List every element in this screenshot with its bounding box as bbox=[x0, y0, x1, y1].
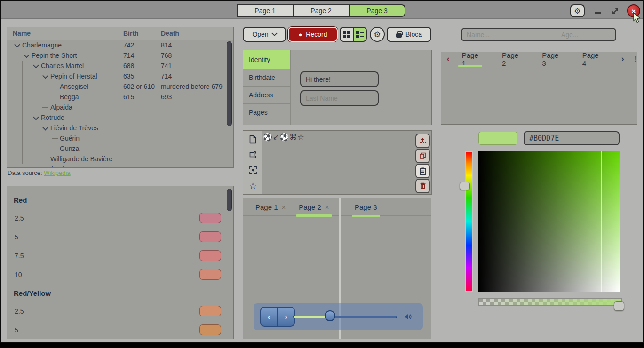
form-tab[interactable]: Address bbox=[243, 87, 290, 104]
expand-chevron-icon[interactable] bbox=[32, 61, 40, 71]
resize-icon[interactable] bbox=[248, 150, 258, 159]
options-button[interactable]: ⚙ bbox=[370, 27, 385, 42]
new-document-icon[interactable] bbox=[248, 134, 258, 144]
alpha-slider[interactable] bbox=[478, 298, 622, 306]
expand-chevron-icon[interactable] bbox=[32, 112, 40, 123]
column-header-death[interactable]: Death bbox=[157, 27, 233, 40]
copy-button[interactable] bbox=[415, 149, 430, 163]
alpha-slider-handle[interactable] bbox=[614, 301, 624, 311]
color-swatch bbox=[199, 269, 221, 280]
record-dot-icon: ● bbox=[299, 31, 302, 38]
first-name-input[interactable] bbox=[300, 71, 379, 87]
settings-button[interactable]: ⚙ bbox=[570, 4, 585, 17]
expand-chevron-icon[interactable] bbox=[41, 154, 49, 164]
pager-tab[interactable]: Page 3 bbox=[535, 52, 565, 66]
tree-row[interactable]: Ansegisel 602 or 610 murdered before 679 bbox=[7, 81, 233, 92]
tree-header-row[interactable]: Name Birth Death bbox=[7, 27, 233, 40]
doc-tab[interactable]: Page 3 bbox=[348, 198, 384, 216]
expand-chevron-icon[interactable] bbox=[41, 71, 49, 81]
upload-icon bbox=[419, 137, 427, 145]
paste-button[interactable] bbox=[415, 164, 430, 178]
tab-close-icon[interactable]: × bbox=[282, 203, 286, 211]
titlebar-tab[interactable]: Page 1 bbox=[237, 4, 294, 17]
pager-tab[interactable]: Page 1 bbox=[455, 52, 485, 66]
open-dropdown-button[interactable]: Open bbox=[243, 27, 286, 42]
record-button[interactable]: ● Record bbox=[288, 27, 338, 42]
canvas-side-buttons bbox=[415, 134, 430, 193]
palette-item: 10 bbox=[7, 265, 233, 284]
form-tab[interactable]: Pages bbox=[243, 104, 290, 121]
expand-chevron-icon[interactable] bbox=[41, 123, 49, 133]
tree-row[interactable]: Bertrade of Laon 710 783 bbox=[7, 164, 233, 168]
list-view-button[interactable] bbox=[353, 27, 367, 42]
titlebar-tab[interactable]: Page 2 bbox=[293, 4, 350, 17]
media-next-button[interactable]: › bbox=[277, 307, 295, 327]
column-header-name[interactable]: Name bbox=[7, 30, 119, 37]
age-input[interactable] bbox=[557, 29, 616, 40]
minimize-button[interactable] bbox=[595, 12, 601, 14]
close-button[interactable]: × bbox=[627, 4, 640, 17]
doc-tab[interactable]: Page 1 × bbox=[249, 198, 292, 215]
sv-crosshair-horizontal bbox=[478, 232, 620, 232]
tree-row[interactable]: Pepin the Short 714 768 bbox=[7, 50, 233, 61]
wikipedia-link[interactable]: Wikipedia bbox=[44, 169, 70, 176]
bloca-button[interactable]: Bloca bbox=[387, 27, 431, 42]
tree-row[interactable]: Alpaida bbox=[7, 102, 233, 112]
palette-scrollbar[interactable] bbox=[227, 189, 232, 211]
expand-chevron-icon[interactable] bbox=[22, 50, 31, 61]
media-slider-track[interactable] bbox=[293, 316, 397, 318]
media-slider-thumb[interactable] bbox=[325, 310, 335, 321]
pager-prev-icon[interactable]: ‹ bbox=[441, 54, 455, 64]
expand-chevron-icon[interactable] bbox=[41, 102, 49, 112]
media-prev-button[interactable]: ‹ bbox=[260, 307, 278, 327]
tree-row[interactable]: Gunza bbox=[7, 143, 233, 154]
titlebar-tab[interactable]: Page 3 bbox=[349, 4, 405, 17]
palette-row: Red/Yellow bbox=[7, 284, 233, 302]
palette-row: Red bbox=[7, 191, 233, 209]
saturation-value-area[interactable] bbox=[478, 151, 620, 292]
pager-next-icon[interactable]: › bbox=[616, 54, 630, 64]
tree-row[interactable]: Charlemagne 742 814 bbox=[7, 40, 233, 50]
expand-chevron-icon[interactable] bbox=[13, 40, 21, 50]
tab-close-icon[interactable]: × bbox=[325, 203, 329, 211]
name-input[interactable] bbox=[462, 29, 557, 40]
delete-button[interactable] bbox=[415, 179, 430, 193]
doc-tab[interactable]: Page 2 × bbox=[292, 198, 335, 215]
expand-chevron-icon[interactable] bbox=[50, 133, 59, 143]
expand-chevron-icon[interactable] bbox=[22, 164, 31, 168]
tree-row[interactable]: Charles Martel 688 741 bbox=[7, 61, 233, 71]
color-swatch bbox=[199, 250, 221, 261]
tree-scrollbar[interactable] bbox=[227, 41, 232, 126]
alpha-gradient bbox=[479, 299, 621, 305]
hue-slider[interactable] bbox=[465, 151, 473, 292]
tree-row[interactable]: Begga 615 693 bbox=[7, 92, 233, 102]
star-icon[interactable]: ☆ bbox=[248, 181, 258, 190]
form-tab[interactable]: Identity bbox=[243, 50, 290, 69]
tree-row[interactable]: Willigarde de Bavière bbox=[7, 154, 233, 164]
pager-tab[interactable]: Page 4 bbox=[576, 52, 605, 66]
form-tab[interactable]: Birthdate bbox=[243, 69, 290, 87]
genealogy-tree-table: Name Birth Death Charlemagne 742 814 bbox=[7, 27, 234, 168]
center-focus-icon[interactable] bbox=[248, 166, 258, 175]
hex-color-input[interactable] bbox=[524, 131, 620, 145]
expand-chevron-icon[interactable] bbox=[50, 92, 59, 102]
view-mode-toggle bbox=[340, 27, 367, 42]
pager-overflow-icon[interactable]: ! bbox=[635, 55, 637, 63]
palette-row: 7.5 bbox=[7, 246, 233, 265]
tree-row[interactable]: Guérin bbox=[7, 133, 233, 143]
tree-row[interactable]: Rotrude bbox=[7, 112, 233, 123]
expand-chevron-icon[interactable] bbox=[50, 81, 59, 92]
last-name-input[interactable] bbox=[300, 90, 379, 106]
expand-chevron-icon[interactable] bbox=[50, 143, 59, 154]
hue-slider-handle[interactable] bbox=[460, 182, 470, 190]
pager-tab[interactable]: Page 2 bbox=[495, 52, 525, 66]
tree-row[interactable]: Liévin de Trèves bbox=[7, 123, 233, 133]
tree-row[interactable]: Pepin of Herstal 635 714 bbox=[7, 71, 233, 81]
titlebar[interactable]: Page 1 Page 2 Page 3 ⚙ × bbox=[1, 1, 643, 19]
grid-view-button[interactable] bbox=[340, 27, 354, 42]
column-header-birth[interactable]: Birth bbox=[119, 27, 157, 40]
maximize-button[interactable] bbox=[611, 7, 620, 16]
upload-button[interactable] bbox=[415, 134, 430, 148]
volume-button[interactable] bbox=[404, 313, 413, 321]
color-palette-list: Red 2.5 5 bbox=[7, 186, 234, 339]
